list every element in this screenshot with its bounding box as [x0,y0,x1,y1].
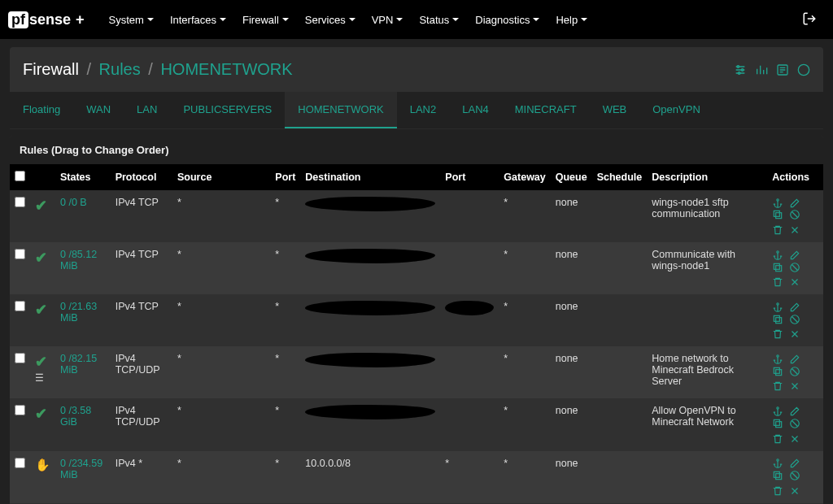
nav-vpn[interactable]: VPN [364,0,412,39]
logout-icon[interactable] [794,11,825,28]
row-checkbox[interactable] [15,249,25,259]
tab-publicservers[interactable]: PUBLICSERVERS [170,92,285,128]
states-link[interactable]: 0 /234.59 MiB [60,458,102,480]
breadcrumb-rules[interactable]: Rules [99,60,141,78]
nav-services[interactable]: Services [297,0,364,39]
disable-icon[interactable] [789,209,800,220]
check-icon: ✔ [35,250,47,266]
disable-icon[interactable] [789,418,800,429]
close-icon[interactable] [789,328,800,340]
breadcrumb-leaf[interactable]: HOMENETWORK [160,60,292,78]
edit-icon[interactable] [789,302,800,313]
anchor-icon[interactable] [772,250,783,261]
states-link[interactable]: 0 /21.63 MiB [60,301,97,324]
log-icon[interactable] [776,63,789,76]
states-link[interactable]: 0 /82.15 MiB [60,353,97,376]
tab-lan4[interactable]: LAN4 [449,92,502,128]
svg-rect-16 [774,315,780,321]
table-row[interactable]: ✋0 /234.59 MiBIPv4 ***10.0.0.0/8**none [10,451,823,503]
row-checkbox[interactable] [15,405,25,415]
copy-icon[interactable] [772,418,783,429]
tab-homenetwork[interactable]: HOMENETWORK [285,92,396,128]
anchor-icon[interactable] [772,198,783,209]
nav-status[interactable]: Status [411,0,467,39]
table-row[interactable]: ✔0 /3.58 GiBIPv4 TCP/UDP***noneAllow Ope… [10,398,823,450]
select-all-checkbox[interactable] [15,171,25,181]
edit-icon[interactable] [789,458,800,469]
trash-icon[interactable] [772,224,783,236]
nav-help[interactable]: Help [547,0,595,39]
tab-web[interactable]: WEB [590,92,640,128]
sliders-icon[interactable] [734,63,747,76]
gateway-cell: * [499,398,550,450]
trash-icon[interactable] [772,485,783,497]
schedule-cell [592,294,648,346]
edit-icon[interactable] [789,406,800,417]
destination-cell: 10.0.0.0/8 [300,451,440,503]
close-icon[interactable] [789,224,800,236]
table-row[interactable]: ✔0 /21.63 MiBIPv4 TCP***none [10,294,823,346]
description-cell: Communicate with wings-node1 [647,242,767,294]
chart-icon[interactable] [755,63,768,76]
trash-icon[interactable] [772,276,783,288]
brand-text: sense [29,11,71,28]
copy-icon[interactable] [772,366,783,377]
tab-openvpn[interactable]: OpenVPN [639,92,713,128]
row-checkbox[interactable] [15,353,25,363]
close-icon[interactable] [789,433,800,445]
protocol-cell: IPv4 TCP [111,190,172,242]
states-link[interactable]: 0 /3.58 GiB [60,405,91,428]
copy-icon[interactable] [772,314,783,325]
trash-icon[interactable] [772,433,783,445]
protocol-cell: IPv4 * [111,451,172,503]
table-row[interactable]: ✔0 /0 BIPv4 TCP***nonewings-node1 sftp c… [10,190,823,242]
nav-system[interactable]: System [101,0,162,39]
tab-wan[interactable]: WAN [73,92,124,128]
copy-icon[interactable] [772,209,783,220]
caret-down-icon [349,18,355,21]
row-checkbox[interactable] [15,301,25,311]
destport-cell: * [440,451,499,503]
copy-icon[interactable] [772,262,783,273]
tab-lan2[interactable]: LAN2 [397,92,450,128]
tab-lan[interactable]: LAN [124,92,170,128]
close-icon[interactable] [789,485,800,497]
trash-icon[interactable] [772,328,783,340]
close-icon[interactable] [789,276,800,288]
anchor-icon[interactable] [772,354,783,365]
edit-icon[interactable] [789,354,800,365]
gateway-cell: * [499,190,550,242]
anchor-icon[interactable] [772,302,783,313]
states-link[interactable]: 0 /0 B [60,197,87,208]
anchor-icon[interactable] [772,458,783,469]
edit-icon[interactable] [789,198,800,209]
close-icon[interactable] [789,380,800,392]
edit-icon[interactable] [789,250,800,261]
redacted [305,249,435,263]
brand-logo[interactable]: pf sense + [8,11,85,28]
disable-icon[interactable] [789,366,800,377]
nav-interfaces[interactable]: Interfaces [162,0,234,39]
row-checkbox[interactable] [15,197,25,207]
help-icon[interactable]: ? [797,63,810,76]
trash-icon[interactable] [772,380,783,392]
disable-icon[interactable] [789,470,800,481]
copy-icon[interactable] [772,470,783,481]
disable-icon[interactable] [789,314,800,325]
interface-tabs: FloatingWANLANPUBLICSERVERSHOMENETWORKLA… [10,92,823,129]
table-row[interactable]: ✔☰0 /82.15 MiBIPv4 TCP/UDP***noneHome ne… [10,346,823,398]
disable-icon[interactable] [789,262,800,273]
tab-minecraft[interactable]: MINECRAFT [502,92,590,128]
svg-point-26 [777,459,778,461]
column-header [10,164,30,190]
destination-cell [300,398,440,450]
anchor-icon[interactable] [772,406,783,417]
actions-cell [767,294,823,346]
states-link[interactable]: 0 /85.12 MiB [60,249,97,272]
tab-floating[interactable]: Floating [10,92,73,128]
nav-diagnostics[interactable]: Diagnostics [467,0,547,39]
table-row[interactable]: ✔0 /85.12 MiBIPv4 TCP***noneCommunicate … [10,242,823,294]
nav-firewall[interactable]: Firewall [234,0,297,39]
svg-rect-28 [774,471,780,477]
row-checkbox[interactable] [15,458,25,468]
